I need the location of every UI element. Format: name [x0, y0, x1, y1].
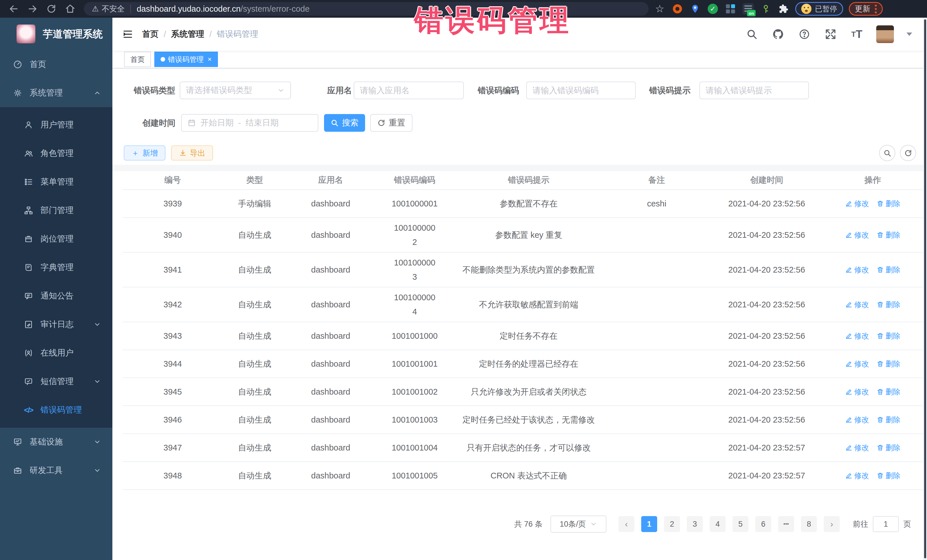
- profile-paused-chip[interactable]: 已暂停: [795, 2, 843, 16]
- row-type: 自动生成: [223, 297, 287, 312]
- browser-reload-icon[interactable]: [44, 2, 59, 16]
- fullscreen-icon[interactable]: [824, 27, 837, 41]
- edit-link[interactable]: 修改: [845, 413, 869, 427]
- edit-link[interactable]: 修改: [845, 329, 869, 343]
- sidebar-item-用户管理[interactable]: 用户管理: [0, 111, 112, 139]
- user-menu-caret-icon[interactable]: [906, 32, 912, 36]
- browser-back-icon[interactable]: [6, 2, 21, 16]
- sidebar-item-字典管理[interactable]: 字典管理: [0, 253, 112, 282]
- delete-link[interactable]: 删除: [877, 469, 900, 483]
- page-button-8[interactable]: 8: [801, 516, 817, 532]
- tag-close-icon[interactable]: ×: [208, 55, 212, 63]
- filter-input-错误码提示[interactable]: [699, 82, 809, 99]
- page-ellipsis[interactable]: •••: [778, 516, 794, 532]
- sidebar-item-部门管理[interactable]: 部门管理: [0, 196, 112, 225]
- goto-page-input[interactable]: [873, 516, 899, 532]
- tag-首页[interactable]: 首页: [124, 52, 151, 67]
- sidebar-item-在线用户[interactable]: 在线用户: [0, 339, 112, 367]
- help-icon[interactable]: [798, 27, 811, 41]
- page-button-6[interactable]: 6: [755, 516, 771, 532]
- row-created-time: 2021-04-20 23:52:56: [711, 196, 823, 211]
- edit-link[interactable]: 修改: [845, 357, 869, 371]
- edit-link[interactable]: 修改: [845, 196, 869, 211]
- page-button-2[interactable]: 2: [664, 516, 680, 532]
- page-button-4[interactable]: 4: [710, 516, 726, 532]
- prev-page-button[interactable]: ‹: [619, 516, 634, 532]
- github-icon[interactable]: [771, 27, 785, 41]
- error-code-type-select[interactable]: 请选择错误码类型: [180, 82, 291, 99]
- sidebar-item-研发工具[interactable]: 研发工具: [0, 456, 112, 485]
- edit-link[interactable]: 修改: [845, 440, 869, 455]
- search-button[interactable]: 搜索: [324, 114, 365, 132]
- sidebar-item-错误码管理[interactable]: </>错误码管理: [0, 396, 112, 424]
- header-search-icon[interactable]: [745, 27, 759, 41]
- page-scrollbar[interactable]: [923, 18, 927, 560]
- reset-button-label: 重置: [389, 117, 405, 129]
- filter-input-错误码编码[interactable]: [526, 82, 636, 99]
- extensions-puzzle-icon[interactable]: [778, 3, 790, 15]
- sidebar-item-审计日志[interactable]: 审计日志: [0, 310, 112, 339]
- delete-link[interactable]: 删除: [877, 413, 900, 427]
- bookmark-star-icon[interactable]: ☆: [654, 3, 666, 15]
- extension-on-badge-icon[interactable]: on: [742, 3, 754, 15]
- extension-grid-icon[interactable]: [725, 3, 737, 15]
- extension-pin-icon[interactable]: [689, 3, 701, 15]
- extension-orange-icon[interactable]: [672, 3, 684, 15]
- edit-link[interactable]: 修改: [845, 385, 869, 399]
- delete-link[interactable]: 删除: [877, 357, 900, 371]
- browser-home-icon[interactable]: [63, 2, 78, 16]
- row-app-name: dashboard: [287, 297, 375, 312]
- create-time-range-picker[interactable]: 开始日期 - 结束日期: [181, 114, 318, 132]
- page-button-1[interactable]: 1: [641, 516, 657, 532]
- filter-input-应用名[interactable]: [354, 82, 464, 99]
- extension-green-check-icon[interactable]: ✓: [707, 3, 719, 15]
- delete-link[interactable]: 删除: [877, 297, 900, 312]
- edit-link[interactable]: 修改: [845, 297, 869, 312]
- edit-link[interactable]: 修改: [845, 263, 869, 277]
- reset-button[interactable]: 重置: [370, 114, 412, 132]
- delete-link[interactable]: 删除: [877, 329, 900, 343]
- browser-menu-dots-icon[interactable]: [875, 5, 877, 14]
- page-button-3[interactable]: 3: [687, 516, 703, 532]
- export-button[interactable]: 导出: [171, 146, 213, 161]
- browser-update-button[interactable]: 更新: [849, 2, 883, 16]
- edit-link[interactable]: 修改: [845, 228, 869, 242]
- not-secure-warning[interactable]: ⚠ 不安全: [92, 4, 125, 14]
- delete-link[interactable]: 删除: [877, 228, 900, 242]
- page-button-5[interactable]: 5: [732, 516, 748, 532]
- delete-link[interactable]: 删除: [877, 263, 900, 277]
- tag-错误码管理[interactable]: 错误码管理×: [154, 52, 218, 67]
- sidebar-item-基础设施[interactable]: 基础设施: [0, 428, 112, 456]
- sidebar-item-菜单管理[interactable]: 菜单管理: [0, 168, 112, 196]
- next-page-button[interactable]: ›: [824, 516, 840, 532]
- browser-forward-icon[interactable]: [25, 2, 40, 16]
- row-id: 3942: [123, 297, 223, 312]
- hamburger-icon[interactable]: [121, 27, 135, 41]
- sidebar-item-角色管理[interactable]: 角色管理: [0, 139, 112, 168]
- refresh-table-button[interactable]: [900, 145, 916, 161]
- toggle-search-button[interactable]: [879, 145, 895, 161]
- table-body: 3939手动编辑dashboard1001000001参数配置不存在ceshi2…: [123, 190, 923, 490]
- sidebar-item-首页[interactable]: 首页: [0, 50, 112, 79]
- add-button[interactable]: ＋ 新增: [124, 146, 166, 161]
- goto-label: 前往: [853, 519, 868, 529]
- edit-icon: [845, 266, 853, 273]
- edit-link[interactable]: 修改: [845, 469, 869, 483]
- sidebar-item-系统管理[interactable]: 系统管理: [0, 79, 112, 107]
- delete-link[interactable]: 删除: [877, 385, 900, 399]
- row-type: 手动编辑: [223, 196, 287, 211]
- sidebar-item-短信管理[interactable]: 短信管理: [0, 367, 112, 396]
- sidebar-item-通知公告[interactable]: 通知公告: [0, 282, 112, 310]
- breadcrumb-item-首页[interactable]: 首页: [142, 29, 159, 40]
- delete-link[interactable]: 删除: [877, 440, 900, 455]
- breadcrumb-item-系统管理[interactable]: 系统管理: [171, 29, 204, 40]
- delete-link[interactable]: 删除: [877, 196, 900, 211]
- user-avatar[interactable]: [876, 25, 894, 43]
- app-logo-row[interactable]: 芋道管理系统: [0, 18, 112, 50]
- page-size-select[interactable]: 10条/页: [550, 516, 606, 533]
- sidebar-item-岗位管理[interactable]: 岗位管理: [0, 225, 112, 253]
- row-id: 3944: [123, 357, 223, 371]
- row-app-name: dashboard: [287, 469, 375, 483]
- extension-key-icon[interactable]: [760, 3, 772, 15]
- text-size-icon[interactable]: TT: [850, 27, 864, 41]
